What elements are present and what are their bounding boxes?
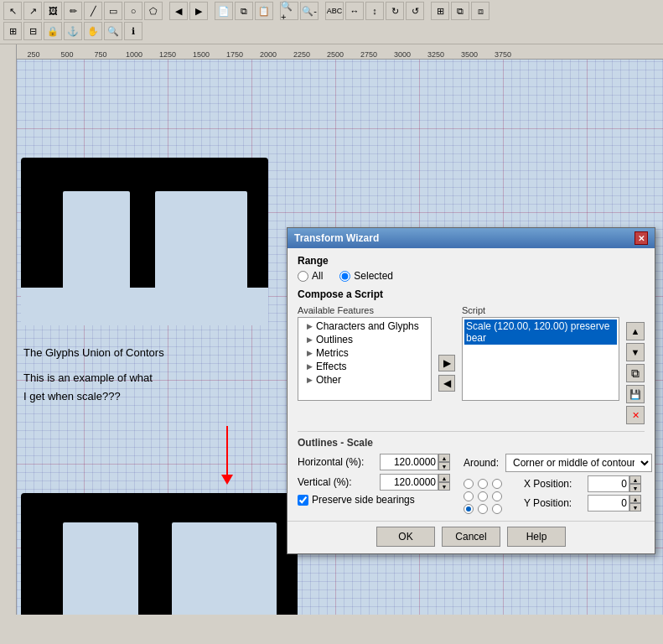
features-tree[interactable]: ▶ Characters and Glyphs ▶ Outlines ▶ Met… [298, 317, 432, 401]
toolbar: ↖ ↗ 🖼 ✏ ╱ ▭ ○ ⬠ ◀ ▶ 📄 ⧉ 📋 🔍+ 🔍- ABC ↔ ↕ … [0, 0, 663, 44]
grid-btn[interactable]: ⊞ [3, 22, 22, 40]
zoom-out-btn[interactable]: 🔍- [300, 2, 319, 20]
pages-btn[interactable]: 📄 [215, 2, 233, 20]
cancel-button[interactable]: Cancel [442, 527, 500, 547]
v-spin-down[interactable]: ▼ [438, 482, 450, 491]
zoom-btn[interactable]: 🔍 [104, 22, 122, 40]
range-selected-radio[interactable] [339, 271, 350, 282]
available-panel: Available Features ▶ Characters and Glyp… [298, 305, 432, 424]
dialog-titlebar: Transform Wizard ✕ [287, 228, 655, 248]
x-spin[interactable]: ▲ ▼ [588, 475, 641, 492]
copy2-btn[interactable]: ⧉ [451, 2, 469, 20]
h-spin-up[interactable]: ▲ [438, 454, 450, 462]
rot-ccw-btn[interactable]: ↺ [406, 2, 424, 20]
snap-btn[interactable]: ⊟ [23, 22, 42, 40]
pos-radio-tl[interactable] [464, 479, 474, 489]
ruler-mark: 750 [84, 50, 117, 59]
move-down-btn[interactable]: ▼ [626, 343, 645, 361]
ok-button[interactable]: OK [376, 527, 435, 547]
x-label: X Position: [524, 478, 583, 490]
pos-radio-mc[interactable] [478, 491, 488, 501]
pos-radio-br[interactable] [492, 504, 502, 514]
tree-item-label: Characters and Glyphs [316, 320, 419, 332]
v-spin[interactable]: ▲ ▼ [380, 474, 450, 491]
script-entry[interactable]: Scale (120.00, 120.00) preserve bear [464, 319, 617, 345]
tree-item-chars-glyphs[interactable]: ▶ Characters and Glyphs [300, 319, 429, 333]
copy-script-btn[interactable]: ⧉ [626, 364, 645, 382]
h-spin[interactable]: ▲ ▼ [380, 454, 450, 470]
help-button[interactable]: Help [507, 527, 566, 547]
h-spin-down[interactable]: ▼ [438, 462, 450, 470]
ellipse-tool[interactable]: ○ [124, 2, 142, 20]
delete-script-btn[interactable]: ✕ [626, 406, 645, 424]
x-spin-down[interactable]: ▼ [629, 484, 641, 492]
ruler-vertical [0, 44, 17, 615]
around-select[interactable]: Corner or middle of contour Center of bo… [505, 454, 652, 472]
y-input[interactable] [588, 495, 629, 512]
move-up-btn[interactable]: ▲ [626, 322, 645, 340]
back-btn[interactable]: ◀ [169, 2, 188, 20]
rect-tool[interactable]: ▭ [104, 2, 122, 20]
range-all-option[interactable]: All [298, 270, 323, 282]
script-label: Script [462, 305, 619, 315]
pos-radio-ml[interactable] [464, 491, 474, 501]
y-spin[interactable]: ▲ ▼ [588, 495, 641, 512]
line-tool[interactable]: ╱ [84, 2, 102, 20]
pos-radio-bc[interactable] [478, 504, 488, 514]
pos-radio-mr[interactable] [492, 491, 502, 501]
x-row: X Position: ▲ ▼ [524, 475, 641, 492]
poly-tool[interactable]: ⬠ [144, 2, 163, 20]
pos-radio-tr[interactable] [492, 479, 502, 489]
x-input[interactable] [588, 475, 629, 492]
info-btn[interactable]: ℹ [124, 22, 142, 40]
paste2-btn[interactable]: ⧈ [471, 2, 489, 20]
pos-radio-bl[interactable] [464, 504, 474, 514]
ruler-mark: 3500 [453, 50, 486, 59]
ruler-mark: 1000 [117, 50, 151, 59]
pencil-tool[interactable]: ✏ [64, 2, 82, 20]
y-spin-up[interactable]: ▲ [629, 495, 641, 503]
y-label: Y Position: [524, 497, 583, 509]
pos-radio-tc[interactable] [478, 479, 488, 489]
v-input[interactable] [380, 474, 438, 491]
flip-h-btn[interactable]: ↔ [345, 2, 364, 20]
dialog-close-button[interactable]: ✕ [635, 231, 648, 245]
select-tool2[interactable]: ↗ [23, 2, 42, 20]
abc-btn[interactable]: ABC [325, 2, 344, 20]
script-box[interactable]: Scale (120.00, 120.00) preserve bear [462, 317, 619, 401]
y-row: Y Position: ▲ ▼ [524, 495, 641, 512]
transform-wizard-dialog: Transform Wizard ✕ Range All Selected Co… [287, 227, 655, 554]
range-selected-option[interactable]: Selected [339, 270, 393, 282]
ruler-mark: 1750 [218, 50, 251, 59]
fwd-btn[interactable]: ▶ [189, 2, 208, 20]
scale-section: Outlines - Scale Horizontal (%): ▲ ▼ [298, 431, 645, 514]
anchor-btn[interactable]: ⚓ [64, 22, 82, 40]
v-spin-up[interactable]: ▲ [438, 474, 450, 482]
y-spin-down[interactable]: ▼ [629, 503, 641, 512]
flip-v-btn[interactable]: ↕ [365, 2, 384, 20]
hand-btn[interactable]: ✋ [84, 22, 102, 40]
copy-btn[interactable]: ⧉ [235, 2, 253, 20]
svg-rect-2 [155, 191, 247, 292]
paste-btn[interactable]: 📋 [255, 2, 273, 20]
remove-from-script-btn[interactable]: ◀ [438, 375, 455, 392]
h-input[interactable] [380, 454, 438, 470]
image-tool[interactable]: 🖼 [44, 2, 62, 20]
rot-cw-btn[interactable]: ↻ [386, 2, 404, 20]
canvas: 250 500 750 1000 1250 1500 1750 2000 225… [0, 44, 663, 615]
preserve-checkbox[interactable] [298, 495, 308, 506]
lock-btn[interactable]: 🔒 [44, 22, 62, 40]
tree-item-outlines[interactable]: ▶ Outlines [300, 333, 429, 346]
tree-item-other[interactable]: ▶ Other [300, 373, 429, 387]
x-spin-up[interactable]: ▲ [629, 475, 641, 484]
transform-btn[interactable]: ⊞ [431, 2, 449, 20]
tree-item-metrics[interactable]: ▶ Metrics [300, 346, 429, 360]
tree-item-effects[interactable]: ▶ Effects [300, 360, 429, 373]
v-label: Vertical (%): [298, 476, 373, 488]
zoom-in-btn[interactable]: 🔍+ [280, 2, 298, 20]
range-all-radio[interactable] [298, 271, 308, 282]
select-tool[interactable]: ↖ [3, 2, 22, 20]
add-to-script-btn[interactable]: ▶ [438, 355, 455, 371]
save-script-btn[interactable]: 💾 [626, 385, 645, 403]
compose-label: Compose a Script [298, 288, 645, 300]
